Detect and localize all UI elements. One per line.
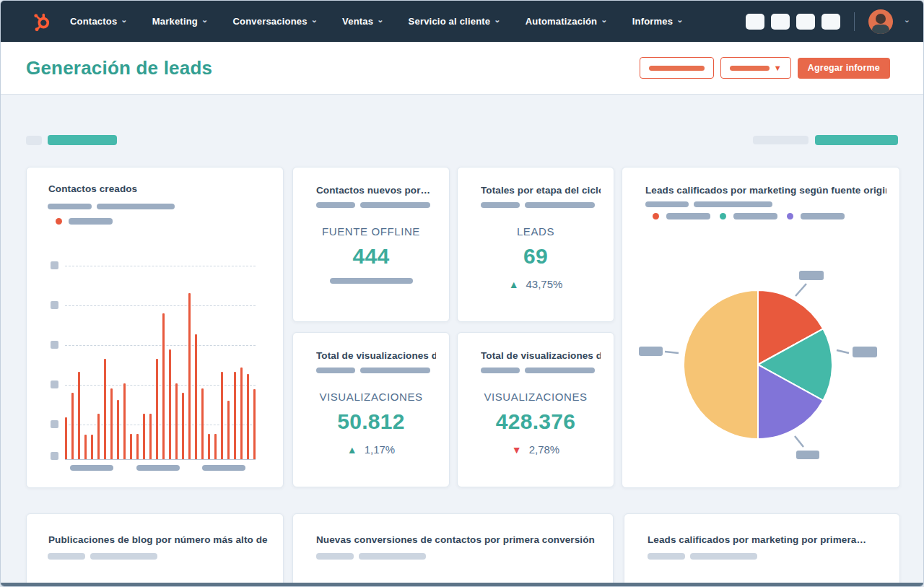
legend-dot-orange <box>56 218 62 225</box>
card-title: Total de visualizaciones de… <box>481 350 601 361</box>
header-action-redacted-1[interactable] <box>640 57 714 79</box>
nav-item-contactos[interactable]: Contactos⌄ <box>70 16 128 27</box>
nav-item-conversaciones[interactable]: Conversaciones⌄ <box>232 16 318 27</box>
redacted-subtitle-pills <box>648 553 757 560</box>
page-title: Generación de leads <box>26 57 212 79</box>
nav-tool-placeholder-2[interactable] <box>771 14 790 30</box>
bar <box>234 372 236 459</box>
chart-legend <box>56 218 113 225</box>
bar <box>240 368 243 459</box>
redacted-subtitle-pills <box>481 202 595 208</box>
pie-chart <box>622 261 901 471</box>
bar <box>78 372 80 459</box>
card-title: Contactos nuevos por… <box>316 185 430 196</box>
nav-item-label: Servicio al cliente <box>409 16 491 27</box>
redacted-legend-pill <box>733 213 777 219</box>
bar <box>208 434 210 459</box>
card-mql-first-conversion: Leads calificados por marketing por prim… <box>624 513 900 587</box>
chevron-down-icon: ⌄ <box>601 16 607 24</box>
bar <box>175 383 178 459</box>
chevron-down-icon: ⌄ <box>121 16 127 24</box>
nav-tool-placeholder-4[interactable] <box>821 14 840 30</box>
filter-placeholder-teal[interactable] <box>815 135 898 145</box>
nav-divider <box>854 12 855 31</box>
metric-value: 444 <box>293 244 449 269</box>
dashboard-filter-left <box>26 135 117 145</box>
hubspot-logo-icon[interactable] <box>28 9 53 34</box>
metric-value: 50.812 <box>293 409 449 434</box>
nav-item-label: Conversaciones <box>232 16 307 27</box>
redacted-subtitle-pills <box>316 553 426 560</box>
redacted-legend-pill <box>69 218 113 225</box>
avatar-chevron-down-icon[interactable]: ⌄ <box>904 15 910 25</box>
bar <box>201 388 204 459</box>
chevron-down-icon: ⌄ <box>377 16 383 24</box>
card-mql-by-original-source: Leads calificados por marketing según fu… <box>622 167 900 488</box>
bar <box>71 393 74 459</box>
filter-placeholder-teal[interactable] <box>48 135 117 145</box>
card-contacts-created: Contactos creados <box>26 167 284 488</box>
bar <box>110 388 113 459</box>
bar <box>247 374 249 459</box>
bar <box>195 334 197 459</box>
card-title: Leads calificados por marketing por prim… <box>648 534 866 545</box>
metric-label: VISUALIZACIONES <box>293 391 449 403</box>
dashboard-filter-right <box>753 135 898 145</box>
trend-up-icon: ▲ <box>347 445 357 455</box>
pie-legend <box>653 213 845 219</box>
redacted-subtitle-pills <box>316 368 430 373</box>
dropdown-caret-icon: ▼ <box>774 64 782 72</box>
chevron-down-icon: ⌄ <box>494 16 500 24</box>
add-report-button[interactable]: Agregar informe <box>798 58 890 79</box>
nav-item-marketing[interactable]: Marketing⌄ <box>152 16 209 27</box>
nav-item-label: Marketing <box>152 16 198 27</box>
nav-menu: Contactos⌄Marketing⌄Conversaciones⌄Venta… <box>70 16 684 27</box>
metric-delta: 2,78% <box>529 443 560 456</box>
bar <box>104 359 106 459</box>
redacted-legend-pill <box>666 213 710 219</box>
nav-item-label: Informes <box>632 16 674 27</box>
chevron-down-icon: ⌄ <box>201 16 208 24</box>
legend-dot-orange <box>653 213 659 219</box>
card-blog-posts: Publicaciones de blog por número más alt… <box>26 513 284 587</box>
nav-item-label: Automatización <box>526 16 598 27</box>
card-title: Publicaciones de blog por número más alt… <box>48 534 269 545</box>
legend-dot-purple <box>787 213 793 219</box>
metric-delta: 43,75% <box>526 278 562 290</box>
legend-dot-teal <box>720 213 726 219</box>
user-avatar[interactable] <box>868 9 893 34</box>
bar <box>143 414 145 459</box>
nav-tool-placeholder-3[interactable] <box>796 14 815 30</box>
card-total-views-large: Total de visualizaciones de… VISUALIZACI… <box>457 332 614 487</box>
card-title: Totales por etapa del ciclo… <box>481 185 601 196</box>
redacted-legend-pill <box>801 213 845 219</box>
card-title: Total de visualizaciones de… <box>316 350 436 361</box>
nav-item-label: Contactos <box>70 16 117 27</box>
nav-item-ventas[interactable]: Ventas⌄ <box>342 16 384 27</box>
card-lifecycle-stage-totals: Totales por etapa del ciclo… LEADS 69 ▲ … <box>457 167 614 322</box>
redacted-comparison-pill <box>330 278 413 284</box>
trend-up-icon: ▲ <box>509 279 519 290</box>
bar <box>162 313 165 459</box>
bar <box>136 434 139 459</box>
bar <box>117 400 119 459</box>
page-header: Generación de leads ▼ Agregar informe <box>1 42 923 95</box>
hubspot-dashboard-window: Contactos⌄Marketing⌄Conversaciones⌄Venta… <box>0 0 924 587</box>
filter-placeholder-gray[interactable] <box>753 136 808 144</box>
bar <box>84 435 87 459</box>
redacted-subtitle-pills <box>645 201 772 207</box>
header-actions: ▼ Agregar informe <box>640 57 890 79</box>
filter-placeholder-gray[interactable] <box>26 136 42 145</box>
header-action-dropdown-redacted[interactable]: ▼ <box>720 57 791 79</box>
trend-down-icon: ▼ <box>512 445 522 455</box>
bar <box>123 383 126 459</box>
bar <box>253 389 256 459</box>
top-nav: Contactos⌄Marketing⌄Conversaciones⌄Venta… <box>1 1 923 42</box>
bar <box>130 434 132 459</box>
bar <box>65 417 67 459</box>
nav-item-informes[interactable]: Informes⌄ <box>632 16 684 27</box>
nav-tool-placeholder-1[interactable] <box>746 14 764 30</box>
nav-item-automatizacion[interactable]: Automatización⌄ <box>526 16 608 27</box>
nav-item-servicio-al-cliente[interactable]: Servicio al cliente⌄ <box>409 16 501 27</box>
card-new-contacts-by-source: Contactos nuevos por… FUENTE OFFLINE 444 <box>292 167 450 322</box>
